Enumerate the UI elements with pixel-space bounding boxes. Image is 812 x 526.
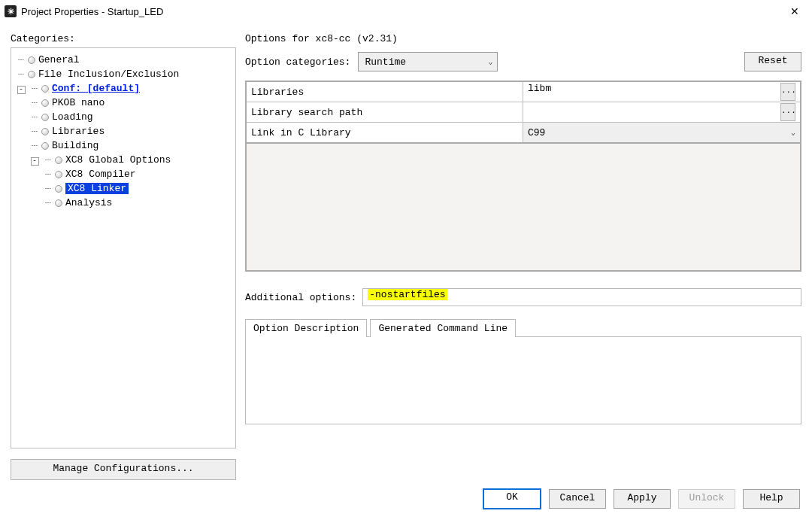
bullet-icon bbox=[55, 157, 62, 164]
app-icon: ✳ bbox=[5, 5, 17, 17]
table-row: Link in C Library C99 ⌄ bbox=[246, 123, 801, 144]
bullet-icon bbox=[28, 56, 35, 64]
ellipsis-button[interactable]: ... bbox=[780, 103, 795, 121]
bullet-icon bbox=[28, 71, 35, 78]
opt-value-libraries[interactable]: libm ... bbox=[523, 81, 801, 102]
option-categories-label: Option categories: bbox=[245, 56, 350, 68]
option-categories-combo[interactable]: Runtime ⌄ bbox=[358, 52, 498, 71]
chevron-down-icon: ⌄ bbox=[791, 128, 795, 137]
collapse-icon[interactable]: - bbox=[31, 157, 39, 166]
tree-label: General bbox=[38, 54, 80, 65]
left-panel: Categories: ┄ General ┄ File Inclusion/E… bbox=[11, 26, 236, 480]
additional-options-value: -nostartfiles bbox=[368, 289, 447, 300]
categories-label: Categories: bbox=[11, 33, 236, 44]
ok-button[interactable]: OK bbox=[483, 488, 541, 509]
table-row: Library search path ... bbox=[246, 102, 801, 123]
table-row: Libraries libm ... bbox=[246, 81, 801, 102]
tree-item-xc8-global[interactable]: - ┄ XC8 Global Options bbox=[14, 153, 232, 167]
tree-item-building[interactable]: ┄ Building bbox=[14, 138, 232, 153]
tab-option-description[interactable]: Option Description bbox=[245, 319, 367, 337]
tree-label: Libraries bbox=[52, 126, 105, 137]
opt-value-link-c[interactable]: C99 ⌄ bbox=[523, 123, 801, 144]
tree-label: XC8 Linker bbox=[65, 183, 129, 194]
combo-value: Runtime bbox=[365, 56, 406, 68]
chevron-down-icon: ⌄ bbox=[488, 57, 492, 66]
tree-item-xc8-linker[interactable]: ┄ XC8 Linker bbox=[14, 181, 232, 196]
options-for-label: Options for xc8-cc (v2.31) bbox=[245, 33, 801, 44]
bullet-icon bbox=[55, 171, 62, 178]
close-icon[interactable]: ✕ bbox=[777, 0, 812, 23]
additional-options-label: Additional options: bbox=[245, 292, 356, 303]
cell-text: C99 bbox=[528, 127, 545, 138]
opt-label-link-c: Link in C Library bbox=[246, 123, 523, 144]
tab-generated-command-line[interactable]: Generated Command Line bbox=[370, 319, 516, 337]
tree-label: Conf: [default] bbox=[52, 83, 140, 94]
tree-item-libraries[interactable]: ┄ Libraries bbox=[14, 124, 232, 138]
tree-item-conf-default[interactable]: - ┄ Conf: [default] bbox=[14, 81, 232, 96]
tree-label: Loading bbox=[52, 111, 93, 123]
reset-button[interactable]: Reset bbox=[744, 52, 801, 71]
tree-label: File Inclusion/Exclusion bbox=[38, 68, 179, 80]
bullet-icon bbox=[55, 185, 62, 193]
tree-item-pkob-nano[interactable]: ┄ PKOB nano bbox=[14, 96, 232, 110]
tree-item-loading[interactable]: ┄ Loading bbox=[14, 110, 232, 124]
options-table: Libraries libm ... Library search path .… bbox=[245, 81, 801, 144]
tree-item-general[interactable]: ┄ General bbox=[14, 53, 232, 67]
unlock-button: Unlock bbox=[678, 489, 735, 509]
manage-configurations-button[interactable]: Manage Configurations... bbox=[11, 459, 236, 480]
tree-item-file-inclusion[interactable]: ┄ File Inclusion/Exclusion bbox=[14, 67, 232, 81]
dialog-footer: OK Cancel Apply Unlock Help bbox=[0, 480, 812, 518]
bullet-icon bbox=[41, 99, 49, 107]
bullet-icon bbox=[41, 114, 49, 121]
cancel-button[interactable]: Cancel bbox=[549, 489, 606, 509]
tree-label: Analysis bbox=[65, 197, 112, 208]
cell-text: libm bbox=[528, 83, 551, 94]
content-area: Categories: ┄ General ┄ File Inclusion/E… bbox=[0, 23, 812, 480]
options-table-empty-area bbox=[245, 144, 801, 272]
bullet-icon bbox=[41, 128, 49, 135]
categories-tree[interactable]: ┄ General ┄ File Inclusion/Exclusion - ┄… bbox=[11, 47, 236, 448]
bullet-icon bbox=[41, 85, 49, 93]
apply-button[interactable]: Apply bbox=[614, 489, 671, 509]
opt-label-libraries: Libraries bbox=[246, 81, 523, 102]
tree-item-analysis[interactable]: ┄ Analysis bbox=[14, 196, 232, 210]
tree-label: XC8 Compiler bbox=[65, 169, 136, 180]
bullet-icon bbox=[55, 199, 62, 207]
additional-options-input[interactable]: -nostartfiles bbox=[362, 288, 801, 306]
description-tabs: Option Description Generated Command Lin… bbox=[245, 318, 801, 336]
tree-label: PKOB nano bbox=[52, 97, 105, 108]
titlebar: ✳ Project Properties - Startup_LED ✕ bbox=[0, 0, 812, 23]
window-title: Project Properties - Startup_LED bbox=[21, 6, 163, 17]
collapse-icon[interactable]: - bbox=[17, 86, 26, 94]
tree-label: Building bbox=[52, 140, 98, 151]
ellipsis-button[interactable]: ... bbox=[780, 83, 795, 101]
tree-label: XC8 Global Options bbox=[65, 154, 171, 166]
opt-label-lib-search: Library search path bbox=[246, 102, 523, 123]
help-button[interactable]: Help bbox=[743, 489, 800, 509]
tree-item-xc8-compiler[interactable]: ┄ XC8 Compiler bbox=[14, 167, 232, 181]
right-panel: Options for xc8-cc (v2.31) Option catego… bbox=[245, 26, 801, 480]
opt-value-lib-search[interactable]: ... bbox=[523, 102, 801, 123]
bullet-icon bbox=[41, 142, 49, 150]
option-description-area bbox=[245, 336, 801, 424]
